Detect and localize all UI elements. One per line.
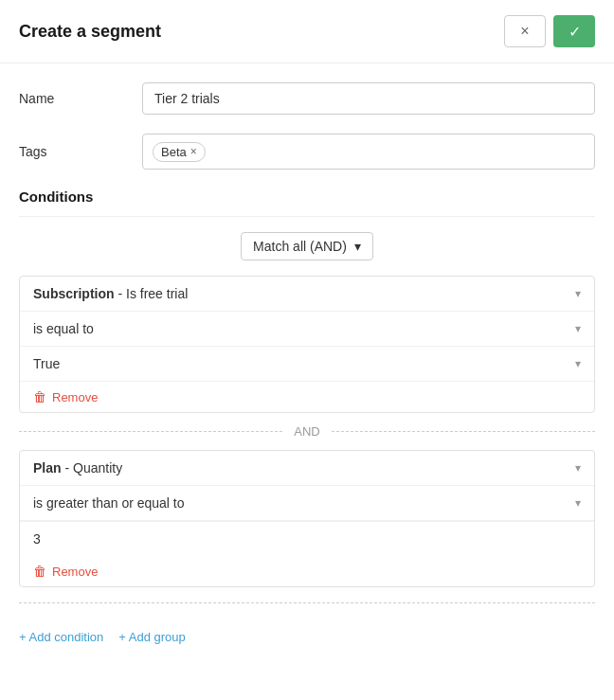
page-container: Create a segment × ✓ Name Tags Beta × [0, 0, 614, 700]
trash-icon-2: 🗑 [33, 564, 46, 579]
condition-value-row-2 [20, 521, 594, 556]
tags-input[interactable]: Beta × [142, 134, 595, 170]
add-condition-row: + Add condition + Add group [19, 619, 595, 644]
name-row: Name [19, 82, 595, 115]
condition-value-input-2[interactable] [20, 522, 594, 556]
condition-remove-row-1: 🗑 Remove [20, 382, 594, 412]
confirm-button[interactable]: ✓ [553, 15, 595, 47]
and-line-right [332, 431, 595, 432]
match-row: Match all (AND) ▾ [19, 232, 595, 260]
remove-button-1[interactable]: Remove [52, 390, 98, 404]
condition-operator-label-1: is equal to [33, 321, 575, 336]
condition-block-1: Subscription - Is free trial ▾ is equal … [19, 276, 595, 413]
and-line-left [19, 431, 282, 432]
content: Name Tags Beta × Conditions Match all (A… [0, 63, 614, 663]
header-buttons: × ✓ [504, 15, 595, 47]
match-select[interactable]: Match all (AND) ▾ [241, 232, 373, 260]
close-icon: × [520, 23, 529, 40]
condition-field-label-1: Subscription - Is free trial [33, 286, 575, 301]
condition-field-label-2: Plan - Quantity [33, 460, 575, 476]
page-title: Create a segment [19, 22, 161, 42]
condition-block-2: Plan - Quantity ▾ is greater than or equ… [19, 450, 595, 587]
condition-chevron-icon-1: ▾ [575, 287, 581, 300]
name-label: Name [19, 91, 142, 106]
condition-operator-row-1[interactable]: is equal to ▾ [20, 312, 594, 347]
condition-chevron-icon-2: ▾ [575, 461, 581, 475]
tag-beta-remove[interactable]: × [190, 145, 197, 158]
match-chevron-icon: ▾ [354, 239, 361, 254]
conditions-divider [19, 216, 595, 217]
trash-icon-1: 🗑 [33, 389, 46, 404]
add-condition-divider [19, 602, 595, 603]
condition-field-bold-1: Subscription [33, 286, 115, 301]
condition-field-rest-1: - Is free trial [115, 286, 189, 301]
match-label: Match all (AND) [253, 239, 347, 254]
add-condition-button[interactable]: + Add condition [19, 630, 103, 644]
condition-operator-row-2[interactable]: is greater than or equal to ▾ [20, 486, 594, 521]
condition-remove-row-2: 🗑 Remove [20, 556, 594, 586]
condition-field-row-1[interactable]: Subscription - Is free trial ▾ [20, 277, 594, 312]
condition-operator-label-2: is greater than or equal to [33, 495, 575, 511]
conditions-header: Conditions [19, 188, 595, 205]
condition-operator-chevron-icon-2: ▾ [575, 496, 581, 510]
add-group-button[interactable]: + Add group [118, 630, 185, 644]
condition-operator-chevron-icon-1: ▾ [575, 322, 581, 335]
condition-value-label-1: True [33, 356, 575, 371]
condition-field-bold-2: Plan [33, 460, 62, 476]
tag-beta-label: Beta [161, 145, 187, 159]
header: Create a segment × ✓ [0, 0, 614, 63]
condition-value-row-1[interactable]: True ▾ [20, 347, 594, 382]
remove-button-2[interactable]: Remove [52, 565, 98, 579]
tags-row: Tags Beta × [19, 134, 595, 170]
condition-field-row-2[interactable]: Plan - Quantity ▾ [20, 451, 594, 486]
condition-field-rest-2: - Quantity [62, 460, 123, 476]
condition-value-chevron-icon-1: ▾ [575, 357, 581, 370]
check-icon: ✓ [569, 23, 581, 41]
and-separator: AND [19, 424, 595, 439]
cancel-button[interactable]: × [504, 15, 546, 47]
name-input[interactable] [142, 82, 595, 115]
tag-beta: Beta × [153, 142, 206, 162]
tags-label: Tags [19, 144, 142, 159]
conditions-section: Conditions Match all (AND) ▾ Subscriptio… [19, 188, 595, 644]
and-label: AND [282, 424, 331, 439]
